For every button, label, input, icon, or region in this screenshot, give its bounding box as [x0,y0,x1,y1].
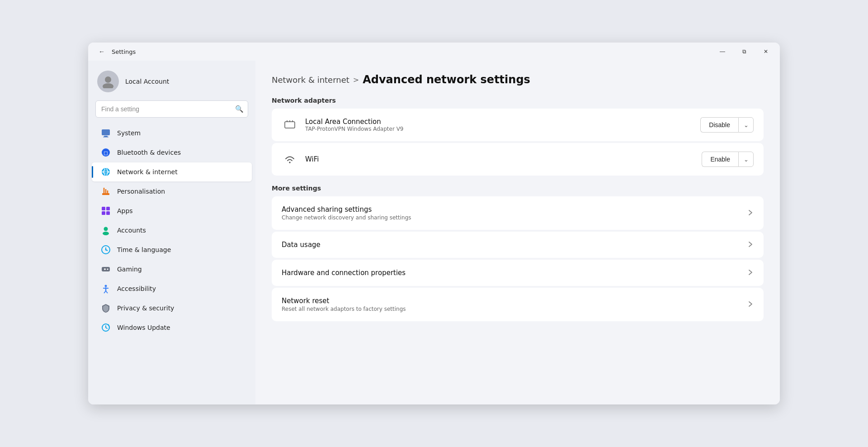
sidebar-item-label-accessibility: Accessibility [117,285,156,292]
accessibility-icon [101,284,111,294]
svg-rect-35 [285,122,295,128]
privacy-icon [101,303,111,313]
sidebar-item-label-personalisation: Personalisation [117,188,165,195]
svg-rect-16 [102,211,105,215]
apps-icon [101,206,111,216]
user-section: Local Account [88,66,255,100]
setting-row-title: Data usage [282,241,747,249]
wifi-icon [282,151,298,167]
setting-row-content: Data usage [282,241,747,249]
adapter-button-wrap: Enable ⌄ [702,152,754,167]
more-settings-section: More settings Advanced sharing settings … [272,185,764,321]
chevron-right-icon [747,269,754,277]
setting-row-content: Advanced sharing settings Change network… [282,205,747,221]
svg-rect-3 [104,136,108,137]
titlebar: ← Settings — ⧉ ✕ [88,43,780,61]
search-box: 🔍 [95,100,248,118]
window-title: Settings [112,48,773,55]
svg-point-0 [105,76,111,83]
svg-rect-14 [102,207,105,210]
time-icon [101,245,111,255]
setting-row-desc: Reset all network adaptors to factory se… [282,306,747,312]
system-icon [101,128,111,138]
adapter-icon [282,117,298,133]
search-input[interactable] [95,100,248,118]
sidebar-item-system[interactable]: System [92,124,252,143]
breadcrumb-parent[interactable]: Network & internet [272,75,349,85]
svg-rect-15 [106,207,110,210]
adapter-chevron-button[interactable]: ⌄ [738,152,754,167]
setting-row-content: Network reset Reset all network adaptors… [282,297,747,312]
svg-point-28 [105,285,107,287]
sidebar-item-label-privacy: Privacy & security [117,304,174,312]
main-content: Network & internet > Advanced network se… [255,61,780,404]
sidebar-item-update[interactable]: Windows Update [92,318,252,337]
update-icon [101,323,111,333]
svg-point-18 [104,227,108,231]
breadcrumb: Network & internet > Advanced network se… [272,73,764,86]
adapter-row: WiFi Enable ⌄ [272,143,764,176]
adapters-list: Local Area Connection TAP-ProtonVPN Wind… [272,109,764,176]
sidebar-item-label-apps: Apps [117,207,133,214]
svg-point-27 [107,269,108,270]
adapter-desc: TAP-ProtonVPN Windows Adapter V9 [305,126,693,132]
sidebar-item-gaming[interactable]: Gaming [92,260,252,279]
sidebar-item-time[interactable]: Time & language [92,240,252,259]
sidebar-item-label-accounts: Accounts [117,227,146,234]
sidebar-item-label-gaming: Gaming [117,266,142,273]
adapter-row: Local Area Connection TAP-ProtonVPN Wind… [272,109,764,141]
adapter-name: Local Area Connection [305,118,693,126]
adapter-card-0: Local Area Connection TAP-ProtonVPN Wind… [272,109,764,141]
sidebar-item-label-bluetooth: Bluetooth & devices [117,149,181,156]
setting-row-title: Hardware and connection properties [282,269,747,277]
sidebar-item-apps[interactable]: Apps [92,201,252,220]
adapters-section-title: Network adapters [272,97,764,104]
minimize-button[interactable]: — [712,44,733,59]
close-button[interactable]: ✕ [755,44,776,59]
window-controls: — ⧉ ✕ [712,43,776,61]
sidebar-item-label-time: Time & language [117,246,171,253]
sidebar-item-label-update: Windows Update [117,324,170,331]
more-setting-row-1[interactable]: Data usage [272,232,764,258]
adapter-action-button[interactable]: Disable [700,117,738,133]
chevron-right-icon [747,241,754,249]
more-setting-row-0[interactable]: Advanced sharing settings Change network… [272,196,764,230]
sidebar-item-privacy[interactable]: Privacy & security [92,299,252,318]
adapter-chevron-button[interactable]: ⌄ [738,117,754,133]
setting-row-content: Hardware and connection properties [282,269,747,277]
svg-rect-4 [103,137,108,138]
more-settings-title: More settings [272,185,764,192]
maximize-button[interactable]: ⧉ [734,44,755,59]
svg-text:◻: ◻ [104,150,108,156]
chevron-right-icon [747,301,754,309]
adapter-info: WiFi [305,155,694,163]
network-icon [101,167,111,177]
more-setting-row-3[interactable]: Network reset Reset all network adaptors… [272,288,764,321]
svg-rect-10 [102,193,109,195]
sidebar-item-personalisation[interactable]: Personalisation [92,182,252,201]
sidebar-item-bluetooth[interactable]: ◻ Bluetooth & devices [92,143,252,162]
sidebar: Local Account 🔍 System ◻ Bluetooth & dev… [88,61,255,404]
breadcrumb-current: Advanced network settings [363,73,530,86]
setting-row-title: Network reset [282,297,747,305]
adapter-action-button[interactable]: Enable [702,152,738,167]
adapter-name: WiFi [305,155,694,163]
adapters-section: Network adapters Local Area Connection T… [272,97,764,176]
sidebar-item-accounts[interactable]: Accounts [92,221,252,240]
back-button[interactable]: ← [95,45,108,58]
svg-rect-17 [106,211,110,215]
more-setting-row-2[interactable]: Hardware and connection properties [272,260,764,286]
sidebar-item-network[interactable]: Network & internet [92,162,252,181]
gaming-icon [101,264,111,274]
nav-list: System ◻ Bluetooth & devices Network & i… [88,123,255,338]
adapter-info: Local Area Connection TAP-ProtonVPN Wind… [305,118,693,132]
adapter-card-1: WiFi Enable ⌄ [272,143,764,176]
avatar [97,71,119,92]
sidebar-item-accessibility[interactable]: Accessibility [92,279,252,298]
svg-point-39 [289,162,291,163]
user-name: Local Account [125,78,169,85]
svg-point-19 [103,232,109,235]
sidebar-item-label-network: Network & internet [117,168,178,176]
settings-window: ← Settings — ⧉ ✕ Local Account [88,43,780,404]
accounts-icon [101,225,111,235]
